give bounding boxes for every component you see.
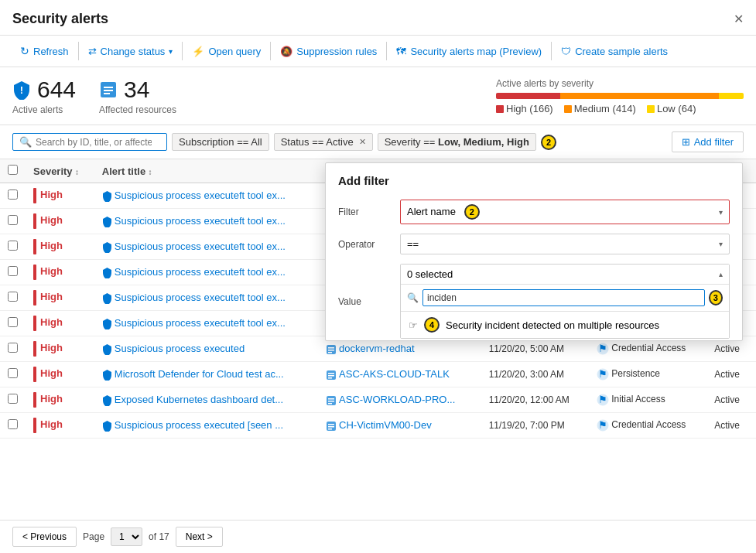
active-alerts-stat: ! 644 Active alerts (12, 77, 76, 115)
close-button[interactable]: ✕ (734, 12, 744, 26)
severity-cell: High (26, 413, 94, 439)
high-bar (496, 93, 560, 99)
affected-resources-stat: 34 Affected resources (99, 77, 176, 115)
badge-2: 2 (464, 204, 480, 220)
previous-button[interactable]: < Previous (12, 527, 77, 547)
option-cursor-icon: ☞ (409, 319, 418, 331)
row-checkbox[interactable] (8, 189, 18, 200)
alert-title-col-header[interactable]: Alert title ↕ (94, 159, 318, 183)
title-cell: Suspicious process executeft tool ex... (94, 183, 318, 209)
badge-3: 3 (709, 290, 723, 306)
page-select[interactable]: 1 (111, 527, 142, 546)
filter-dropdown-value: Alert name 2 (407, 204, 480, 220)
security-alerts-map-button[interactable]: 🗺 Security alerts map (Preview) (388, 41, 549, 62)
high-legend: High (166) (496, 103, 553, 114)
svg-rect-22 (328, 347, 334, 349)
svg-rect-4 (104, 93, 110, 94)
svg-rect-2 (104, 87, 113, 88)
svg-rect-29 (328, 375, 334, 377)
value-search-input[interactable] (422, 289, 705, 306)
security-incident-option[interactable]: ☞ 4 Security incident detected on multip… (401, 312, 729, 338)
map-icon: 🗺 (396, 46, 406, 57)
status-filter-chip[interactable]: Status == Active ✕ (274, 133, 373, 151)
status-chip-close[interactable]: ✕ (359, 137, 366, 147)
value-count: 0 selected (407, 268, 453, 280)
table-row[interactable]: HighSuspicious process executed [seen ..… (0, 413, 756, 439)
row-checkbox[interactable] (8, 419, 18, 429)
resource-cell: ASC-AKS-CLOUD-TALK (318, 362, 481, 387)
severity-bar (496, 93, 744, 99)
severity-legend: High (166) Medium (414) Low (64) (496, 103, 744, 114)
svg-text:⚑: ⚑ (598, 343, 607, 354)
chevron-up-value: ▴ (719, 270, 723, 278)
severity-cell: High (26, 336, 94, 362)
value-dropdown[interactable]: 0 selected ▴ 🔍 3 ☞ 4 Security incident d… (400, 264, 730, 339)
svg-rect-28 (328, 373, 334, 374)
add-filter-button[interactable]: ⊞ Add filter (672, 131, 744, 152)
sort-icon: ↕ (75, 168, 79, 176)
severity-cell: High (26, 209, 94, 234)
create-sample-button[interactable]: 🛡 Create sample alerts (553, 41, 676, 62)
toolbar-separator-2 (182, 42, 183, 60)
severity-cell: High (26, 285, 94, 311)
row-checkbox[interactable] (8, 266, 18, 276)
filter-row: Filter Alert name 2 ▾ (326, 195, 742, 229)
row-checkbox[interactable] (8, 394, 18, 404)
next-button[interactable]: Next > (176, 527, 223, 547)
row-checkbox[interactable] (8, 215, 18, 225)
toolbar: ↻ Refresh ⇄ Change status ▾ ⚡ Open query… (0, 36, 756, 67)
filter-label: Filter (338, 207, 392, 217)
operator-dropdown[interactable]: == ▾ (400, 234, 730, 254)
severity-cell: High (26, 311, 94, 336)
page-label: Page (83, 531, 104, 542)
change-status-icon: ⇄ (88, 46, 97, 57)
low-bar (719, 93, 744, 99)
search-box[interactable]: 🔍 (12, 133, 167, 151)
filter-bar: 🔍 Subscription == All Status == Active ✕… (0, 125, 756, 159)
value-row: Value 0 selected ▴ 🔍 3 ☞ 4 Security inci… (326, 259, 742, 339)
open-query-button[interactable]: ⚡ Open query (184, 41, 269, 62)
time-cell: 11/20/20, 12:00 AM (481, 387, 590, 413)
table-row[interactable]: HighMicrosoft Defender for Cloud test ac… (0, 362, 756, 387)
severity-cell: High (26, 387, 94, 413)
row-checkbox[interactable] (8, 317, 18, 327)
select-all-checkbox[interactable] (8, 165, 18, 175)
severity-cell: High (26, 362, 94, 387)
toolbar-separator-5 (551, 42, 552, 60)
row-checkbox[interactable] (8, 368, 18, 378)
svg-text:⚑: ⚑ (598, 368, 607, 380)
svg-rect-35 (328, 401, 334, 402)
severity-chart: Active alerts by severity High (166) Med… (496, 78, 744, 114)
svg-text:⚑: ⚑ (598, 419, 607, 431)
footer: < Previous Page 1 of 17 Next > (0, 520, 756, 553)
resource-cell: ASC-WORKLOAD-PRO... (318, 387, 481, 413)
title-cell: Microsoft Defender for Cloud test ac... (94, 362, 318, 387)
search-input[interactable] (36, 137, 152, 148)
change-status-button[interactable]: ⇄ Change status ▾ (80, 41, 181, 62)
svg-rect-24 (328, 352, 332, 353)
time-cell: 11/19/20, 7:00 PM (481, 413, 590, 439)
page-of-label: of 17 (149, 531, 169, 542)
suppression-rules-button[interactable]: 🔕 Suppression rules (272, 41, 385, 62)
toolbar-separator-4 (386, 42, 387, 60)
row-checkbox[interactable] (8, 241, 18, 251)
sample-icon: 🛡 (561, 46, 571, 57)
stats-row: ! 644 Active alerts 34 Affected resource… (0, 67, 756, 125)
title-cell: Suspicious process executeft tool ex... (94, 285, 318, 311)
refresh-button[interactable]: ↻ Refresh (12, 40, 77, 62)
filter-dropdown[interactable]: Alert name 2 ▾ (400, 200, 730, 224)
table-row[interactable]: HighExposed Kubernetes dashboard det...A… (0, 387, 756, 413)
search-value-icon: 🔍 (407, 292, 419, 303)
row-checkbox[interactable] (8, 343, 18, 353)
row-checkbox[interactable] (8, 292, 18, 302)
active-alerts-count: 644 (37, 77, 76, 103)
header: Security alerts ✕ (0, 0, 756, 36)
severity-filter-chip[interactable]: Severity == Low, Medium, High (378, 133, 536, 151)
add-filter-panel: Add filter Filter Alert name 2 ▾ Operato… (325, 162, 743, 341)
search-icon: 🔍 (19, 136, 32, 148)
subscription-filter-chip[interactable]: Subscription == All (172, 133, 269, 151)
resource-cell: CH-VictimVM00-Dev (318, 413, 481, 439)
status-cell: Active (706, 413, 756, 439)
shield-icon: ! (12, 80, 31, 100)
severity-col-header[interactable]: Severity ↕ (26, 159, 94, 183)
